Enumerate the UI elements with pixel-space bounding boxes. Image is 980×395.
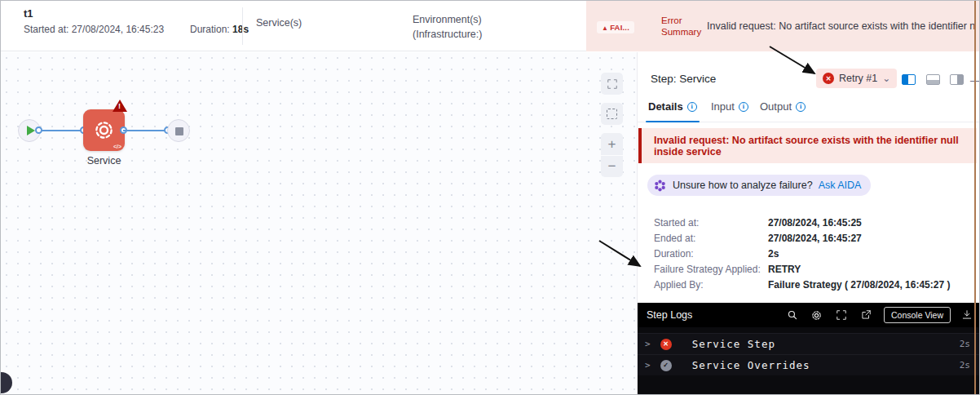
warning-icon: ▲ — [602, 24, 608, 32]
detail-value: 27/08/2024, 16:45:25 — [768, 217, 862, 229]
console-header: Step Logs Console View — [638, 303, 980, 327]
error-summary-strip: ▲FAI... Error Summary Invalid request: N… — [586, 1, 980, 51]
environments-label: Environment(s) — [413, 12, 482, 27]
tab-details-label: Details — [648, 100, 683, 113]
info-glyph: i — [691, 103, 693, 110]
detail-label: Failure Strategy Applied: — [654, 264, 768, 275]
log-row-service-step[interactable]: > ✕ Service Step 2s — [638, 333, 980, 354]
fit-view-button[interactable] — [601, 73, 623, 95]
error-message-banner: Invalid request: No artifact source exis… — [638, 128, 977, 163]
active-tab-underline — [646, 121, 700, 123]
chevron-right-icon[interactable]: > — [645, 360, 651, 371]
zoom-out-button[interactable]: − — [601, 156, 623, 177]
detail-label: Duration: — [654, 248, 768, 260]
layout-left-panel-button[interactable] — [902, 74, 916, 85]
failed-circle-icon: ✕ — [823, 73, 834, 84]
services-column-label: Service(s) — [256, 17, 302, 29]
service-step-node[interactable]: </> — [83, 109, 125, 151]
edge-start-to-service — [38, 130, 84, 131]
tab-output-label: Output — [760, 100, 792, 113]
ask-aida-link[interactable]: Ask AIDA — [819, 180, 862, 191]
fullscreen-icon — [607, 78, 618, 90]
detail-row-failure-strategy: Failure Strategy Applied:RETRY — [654, 261, 972, 277]
detail-row: Started at:27/08/2024, 16:45:25 — [654, 215, 972, 230]
detail-row: Applied By:Failure Strategy ( 27/08/2024… — [654, 277, 972, 292]
failed-badge-label: FAI... — [610, 23, 629, 32]
marquee-icon — [607, 109, 617, 119]
stop-icon — [175, 127, 183, 135]
fullscreen-icon[interactable] — [835, 308, 848, 322]
window-right-edge — [974, 1, 976, 394]
play-icon — [27, 126, 35, 135]
open-external-icon[interactable] — [859, 308, 872, 322]
info-icon[interactable]: i — [796, 102, 806, 112]
code-icon: </> — [113, 144, 121, 149]
infrastructure-label: (Infrastructure:) — [413, 27, 482, 42]
info-glyph: i — [743, 103, 744, 110]
chevron-right-icon[interactable]: > — [645, 339, 651, 349]
header-divider — [242, 7, 243, 45]
step-detail-panel: Step: Service ✕ Retry #1 ⌄ — Details i I… — [637, 52, 980, 395]
search-icon[interactable] — [786, 308, 799, 322]
log-row-duration: 2s — [960, 339, 970, 349]
plus-icon: + — [608, 136, 616, 153]
end-node[interactable] — [167, 119, 190, 142]
pipeline-canvas[interactable]: </> ▲! Service + − — [1, 52, 637, 395]
duration-value: 18s — [232, 24, 249, 35]
success-status-icon: ✓ — [660, 360, 672, 371]
service-node-label: Service — [83, 155, 125, 166]
error-summary-label: Error Summary — [661, 15, 707, 38]
zoom-in-button[interactable]: + — [601, 133, 623, 155]
detail-row: Ended at:27/08/2024, 16:45:27 — [654, 230, 972, 246]
failed-status-icon: ✕ — [660, 339, 672, 350]
port-start-out — [35, 126, 42, 134]
detail-value: 27/08/2024, 16:45:27 — [768, 233, 862, 244]
failed-status-badge[interactable]: ▲FAI... — [597, 21, 634, 33]
log-row-title: Service Step — [692, 338, 775, 350]
minus-icon: − — [608, 158, 616, 175]
detail-label: Applied By: — [654, 279, 768, 291]
cross-glyph: ✕ — [826, 75, 832, 82]
detail-label: Ended at: — [654, 233, 768, 244]
retry-dropdown-button[interactable]: ✕ Retry #1 ⌄ — [816, 69, 897, 88]
cursor-blob — [0, 372, 12, 393]
download-icon[interactable] — [960, 308, 973, 322]
info-icon[interactable]: i — [739, 102, 748, 112]
marquee-select-button[interactable] — [601, 103, 623, 125]
tab-input[interactable]: Input i — [711, 100, 748, 113]
detail-row: Duration:2s — [654, 246, 972, 261]
execution-header: t1 Started at: 27/08/2024, 16:45:23 Dura… — [1, 1, 586, 51]
detail-value: 2s — [768, 248, 779, 260]
chevron-down-icon: ⌄ — [882, 74, 890, 82]
cross-glyph: ✕ — [663, 340, 669, 348]
detail-value: Failure Strategy ( 27/08/2024, 16:45:27 … — [768, 279, 950, 291]
tab-details[interactable]: Details i — [648, 100, 697, 113]
aida-question-text: Unsure how to analyze failure? — [673, 180, 813, 191]
panel-title: Step: Service — [651, 73, 716, 85]
layout-bottom-panel-button[interactable] — [926, 74, 940, 85]
log-row-duration: 2s — [960, 360, 970, 371]
tab-output[interactable]: Output i — [760, 100, 806, 113]
node-warning-icon: ▲! — [113, 100, 127, 112]
info-icon[interactable]: i — [687, 102, 697, 112]
duration-label: Duration: — [190, 24, 232, 35]
info-glyph: i — [800, 103, 801, 110]
log-row-service-overrides[interactable]: > ✓ Service Overrides 2s — [638, 354, 980, 375]
console-view-button[interactable]: Console View — [884, 307, 951, 323]
panel-tabs: Details i Input i Output i — [638, 97, 980, 122]
log-row-title: Service Overrides — [692, 359, 810, 371]
settings-gear-icon[interactable] — [810, 308, 823, 322]
environments-column-label: Environment(s) (Infrastructure:) — [413, 12, 482, 42]
console-title: Step Logs — [647, 309, 692, 321]
step-details-list: Started at:27/08/2024, 16:45:25 Ended at… — [654, 215, 972, 292]
app-window: t1 Started at: 27/08/2024, 16:45:23 Dura… — [0, 0, 980, 395]
pipeline-run-title: t1 — [24, 7, 33, 20]
aida-flower-icon — [653, 179, 667, 193]
detail-label: Started at: — [654, 217, 768, 229]
aida-suggestion-pill[interactable]: Unsure how to analyze failure? Ask AIDA — [647, 175, 871, 196]
layout-right-panel-button[interactable] — [950, 74, 964, 85]
error-summary-message: Invalid request: No artifact source exis… — [707, 20, 976, 32]
detail-value: RETRY — [768, 264, 801, 275]
started-at-text: Started at: 27/08/2024, 16:45:23 — [24, 24, 164, 35]
gear-icon — [92, 118, 116, 142]
